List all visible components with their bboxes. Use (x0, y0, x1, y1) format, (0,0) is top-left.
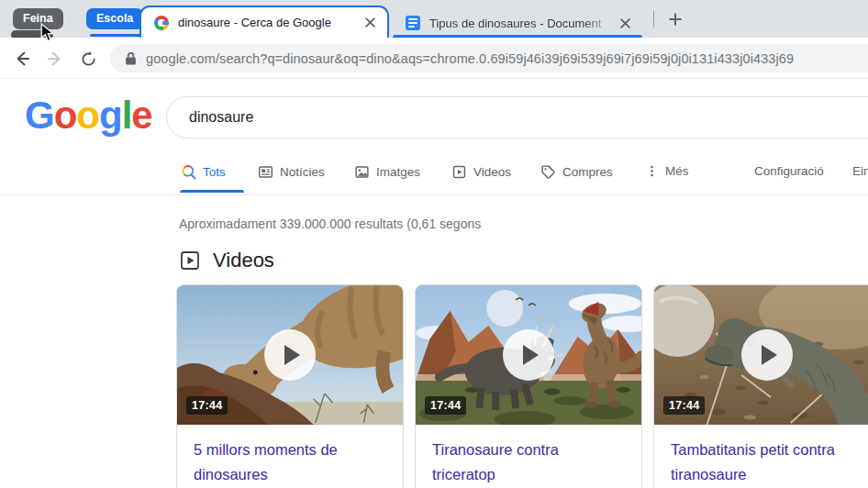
news-icon (258, 164, 273, 180)
tab-imatges[interactable]: Imatges (354, 164, 420, 180)
tab-noticies[interactable]: Notícies (258, 164, 325, 180)
tools-label: Eines (852, 164, 868, 178)
browser-window: Feina Escola dinosaure - Cerca de Google… (0, 0, 868, 488)
images-icon (354, 164, 370, 180)
search-icon (181, 164, 196, 180)
url-text: google.com/search?q=dinosaur&oq=dino&aqs… (146, 51, 794, 66)
search-input[interactable]: dinosaure (166, 96, 868, 139)
more-dots-icon (645, 164, 659, 178)
google-docs-icon (406, 16, 420, 30)
search-query-text: dinosaure (189, 109, 253, 126)
tab-separator (653, 11, 654, 28)
new-tab-button[interactable] (663, 7, 687, 31)
tools-link[interactable]: Eines (852, 164, 868, 178)
videos-section-heading: Videos (179, 249, 274, 272)
tab-label: Compres (562, 165, 613, 179)
video-title-link[interactable]: Tambatitanis petit contra tiranosaure (654, 425, 868, 488)
tab-group-feina[interactable]: Feina (13, 8, 63, 29)
video-card[interactable]: 17:44 Tiranosaure contra triceratop (415, 284, 642, 488)
tab-videos[interactable]: Videos (451, 164, 511, 180)
mouse-cursor-icon (40, 23, 54, 42)
play-button-icon[interactable] (264, 329, 316, 381)
tab-group-escola[interactable]: Escola (86, 8, 143, 29)
play-button-icon[interactable] (741, 329, 793, 381)
video-carousel: 17:44 5 millors moments de dinosaures (176, 284, 868, 488)
tab-tots[interactable]: Tots (181, 164, 226, 180)
close-tab-icon[interactable] (362, 15, 378, 30)
tab-label: Imatges (376, 165, 420, 179)
tab-compres[interactable]: Compres (540, 164, 613, 180)
forward-button[interactable] (44, 48, 66, 70)
video-title-link[interactable]: 5 millors moments de dinosaures (177, 425, 403, 488)
video-icon (451, 164, 467, 180)
tab-label: Notícies (280, 165, 325, 179)
videos-section-title: Videos (213, 249, 274, 272)
back-button[interactable] (11, 48, 33, 70)
video-thumbnail-baby-sauropod[interactable]: 17:44 (654, 285, 868, 425)
settings-link[interactable]: Configuració (754, 164, 824, 178)
address-bar[interactable]: google.com/search?q=dinosaur&oq=dino&aqs… (110, 44, 868, 72)
video-thumbnail-trex-triceratops[interactable]: 17:44 (416, 285, 641, 425)
tab-title: Tipus de dinosaures - Document (429, 17, 618, 30)
google-favicon-icon (154, 16, 169, 30)
video-card[interactable]: 17:44 Tambatitanis petit contra tiranosa… (653, 284, 868, 488)
reload-button[interactable] (77, 48, 99, 70)
videos-section-icon (179, 250, 201, 272)
tab-label: Més (665, 164, 689, 178)
tab-docs[interactable]: Tipus de dinosaures - Document (393, 8, 642, 38)
video-thumbnail-carnotaurus[interactable]: 17:44 (177, 285, 403, 425)
active-tab-underline (180, 190, 244, 193)
tab-group-escola-line (90, 34, 141, 37)
tab-label: Videos (473, 165, 511, 179)
video-duration-badge: 17:44 (186, 396, 228, 415)
tab-strip: Feina Escola dinosaure - Cerca de Google… (0, 0, 868, 38)
video-duration-badge: 17:44 (663, 396, 705, 415)
play-button-icon[interactable] (503, 329, 554, 381)
video-title-link[interactable]: Tiranosaure contra triceratop (416, 425, 641, 488)
lock-icon (125, 51, 137, 65)
tab-title: dinosaure - Cerca de Google (178, 16, 362, 29)
tab-google-search[interactable]: dinosaure - Cerca de Google (139, 6, 389, 38)
video-card[interactable]: 17:44 5 millors moments de dinosaures (176, 284, 404, 488)
video-duration-badge: 17:44 (425, 396, 466, 415)
close-tab-icon[interactable] (618, 16, 633, 31)
results-stats: Aproximadament 339.000.000 resultats (0,… (179, 216, 481, 231)
nav-divider (0, 194, 868, 195)
settings-label: Configuració (754, 164, 824, 178)
google-logo[interactable]: Google (25, 94, 152, 137)
tab-label: Tots (203, 165, 226, 179)
browser-toolbar: google.com/search?q=dinosaur&oq=dino&aqs… (0, 38, 868, 79)
tab-mes[interactable]: Més (645, 164, 689, 178)
shopping-tag-icon (540, 164, 556, 180)
